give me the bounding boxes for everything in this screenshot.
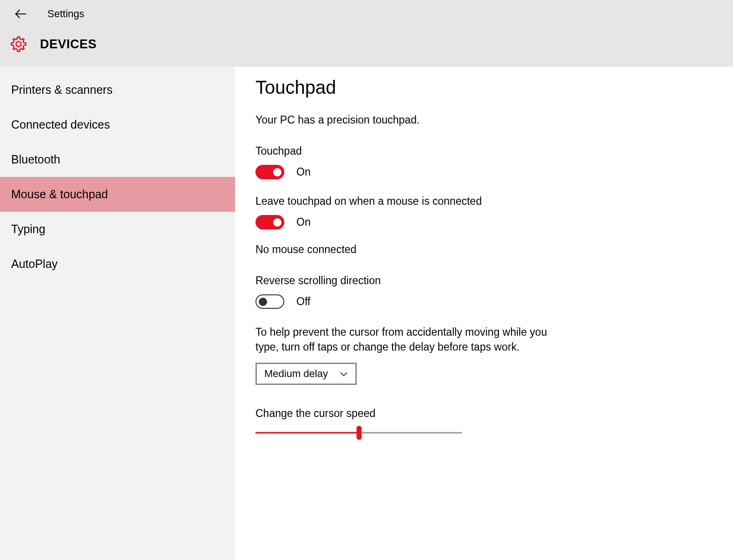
sidebar-item-label: Bluetooth: [11, 153, 60, 166]
leave-on-mouse-label: Leave touchpad on when a mouse is connec…: [255, 195, 700, 208]
reverse-scroll-toggle-state: Off: [296, 295, 310, 308]
sidebar-item-printers-scanners[interactable]: Printers & scanners: [0, 72, 235, 107]
sidebar-item-connected-devices[interactable]: Connected devices: [0, 107, 235, 142]
mouse-status: No mouse connected: [255, 243, 700, 256]
sidebar-item-label: Connected devices: [11, 118, 110, 131]
leave-on-mouse-toggle[interactable]: [255, 215, 284, 229]
slider-fill: [255, 432, 359, 434]
app-title: Settings: [47, 8, 85, 20]
touchpad-toggle-label: Touchpad: [255, 145, 700, 157]
tap-delay-selected: Medium delay: [264, 368, 328, 380]
main: Printers & scanners Connected devices Bl…: [0, 67, 733, 560]
sidebar-item-bluetooth[interactable]: Bluetooth: [0, 142, 235, 177]
cursor-speed-slider-wrap: [255, 427, 700, 438]
back-arrow-icon: [14, 7, 28, 21]
cursor-speed-label: Change the cursor speed: [255, 407, 700, 420]
back-button[interactable]: [14, 7, 28, 21]
chevron-down-icon: [340, 368, 348, 380]
title-row: Settings: [0, 0, 733, 28]
tap-delay-help: To help prevent the cursor from accident…: [255, 325, 562, 354]
content: Touchpad Your PC has a precision touchpa…: [235, 67, 733, 560]
sidebar-item-typing[interactable]: Typing: [0, 212, 235, 247]
sidebar-item-label: Typing: [11, 222, 46, 235]
intro-text: Your PC has a precision touchpad.: [255, 114, 700, 126]
reverse-scroll-label: Reverse scrolling direction: [255, 274, 700, 287]
category-title: DEVICES: [40, 37, 97, 52]
touchpad-toggle[interactable]: [255, 165, 284, 179]
page-heading: Touchpad: [255, 77, 700, 98]
svg-point-1: [16, 42, 21, 47]
leave-on-mouse-toggle-state: On: [296, 216, 311, 228]
toggle-knob-icon: [273, 168, 281, 176]
sidebar-item-label: AutoPlay: [11, 257, 58, 270]
tap-delay-dropdown[interactable]: Medium delay: [255, 363, 357, 385]
gear-icon: [9, 35, 28, 53]
reverse-scroll-toggle[interactable]: [255, 294, 284, 309]
touchpad-toggle-row: On: [255, 165, 700, 179]
sidebar-item-label: Mouse & touchpad: [11, 188, 108, 201]
sidebar-item-autoplay[interactable]: AutoPlay: [0, 247, 235, 281]
sidebar-item-mouse-touchpad[interactable]: Mouse & touchpad: [0, 177, 235, 212]
toggle-knob-icon: [273, 218, 281, 227]
header: Settings DEVICES: [0, 0, 733, 67]
category-row: DEVICES: [0, 28, 733, 60]
cursor-speed-slider[interactable]: [255, 427, 462, 438]
leave-on-mouse-toggle-row: On: [255, 215, 700, 229]
slider-thumb-icon: [356, 426, 361, 440]
toggle-knob-icon: [259, 298, 267, 306]
touchpad-toggle-state: On: [296, 166, 311, 178]
sidebar-item-label: Printers & scanners: [11, 83, 112, 96]
reverse-scroll-toggle-row: Off: [255, 294, 700, 309]
sidebar: Printers & scanners Connected devices Bl…: [0, 67, 235, 560]
